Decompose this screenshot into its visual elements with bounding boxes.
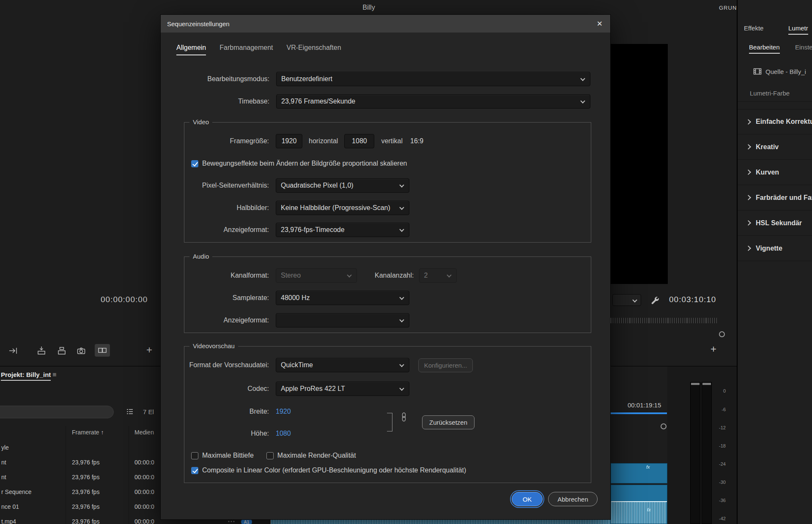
section-kurven[interactable]: Kurven [738,160,812,185]
abbrechen-button[interactable]: Abbrechen [548,492,598,506]
chevron-right-icon [746,220,751,226]
audio-anzeigeformat-dropdown[interactable] [276,313,409,328]
vorschau-format-label: Format der Vorschaudatei: [184,361,269,369]
section-einfache-korrektur[interactable]: Einfache Korrektu [738,109,812,134]
project-row-framerate: 23,976 fps [72,489,99,495]
section-farbraeder[interactable]: Farbräder und Far [738,185,812,210]
hoehe-label: Höhe: [184,430,269,437]
db-scale-label: -6 [713,407,726,412]
project-row-name[interactable]: yle [1,444,9,451]
track-options-icon[interactable] [228,520,235,523]
ok-button[interactable]: OK [512,492,543,506]
timeline-zoom-handle[interactable] [661,423,667,429]
vertikal-label: vertikal [381,137,403,145]
chain-link-icon[interactable] [401,412,407,422]
column-header-framerate[interactable]: Framerate ↑ [72,429,104,436]
button-editor-plus-icon[interactable]: + [146,345,152,355]
list-view-icon[interactable] [125,407,135,417]
db-scale-label: -30 [713,480,726,485]
video-anzeigeformat-dropdown[interactable]: 23,976-fps-Timecode [276,223,409,237]
chevron-down-icon [347,273,351,277]
lumetri-panel-title: Lumetri-Farbe [750,90,790,97]
kanalanzahl-dropdown: 2 [419,268,457,283]
samplerate-dropdown[interactable]: 48000 Hz [276,291,409,305]
project-search-input[interactable] [0,406,114,418]
sequence-duration-timecode[interactable]: 00:03:10:10 [669,295,716,304]
project-row-name[interactable]: t.mp4 [1,518,16,524]
audio-group-legend: Audio [189,253,212,260]
bearbeitungsmodus-dropdown[interactable]: Benutzerdefiniert [276,72,590,86]
project-row-name[interactable]: nt [1,474,6,480]
frame-width-input[interactable]: 1920 [276,134,302,148]
vorschau-format-dropdown[interactable]: QuickTime [276,358,409,372]
audio-meter-right [702,382,712,524]
chevron-down-icon [399,295,404,300]
maximale-bittiefe-checkbox[interactable] [191,452,198,459]
project-row-name[interactable]: nt [1,459,6,466]
scale-motion-effects-checkbox[interactable] [191,160,198,167]
audio-clip[interactable]: fx [611,485,667,524]
sequence-settings-dialog: Sequenzeinstellungen ✕ Allgemein Farbman… [160,14,611,520]
section-vignette[interactable]: Vignette [738,236,812,261]
timebase-dropdown[interactable]: 23,976 Frames/Sekunde [276,94,590,109]
db-scale-label: 0 [713,388,726,393]
composite-linear-checkbox[interactable] [191,467,198,474]
subtab-einstellungen[interactable]: Einste [795,44,812,51]
tab-farbmanagement[interactable]: Farbmanagement [219,44,273,55]
dropdown-value: 48000 Hz [281,294,310,302]
chevron-down-icon [580,76,585,81]
close-icon[interactable]: ✕ [597,19,603,28]
lumetri-panel [738,0,812,524]
aspect-ratio-value: 16:9 [410,137,423,145]
project-row-framerate: 23,976 fps [72,459,99,466]
frame-height-input[interactable]: 1080 [344,134,374,148]
section-hsl-sekundaer[interactable]: HSL Sekundär [738,210,812,236]
maximale-render-checkbox[interactable] [266,452,274,459]
codec-label: Codec: [184,385,269,393]
tab-vr-eigenschaften[interactable]: VR-Eigenschaften [287,44,341,55]
db-scale-label: -18 [713,443,726,448]
column-header-media[interactable]: Medien [134,429,154,436]
pixel-seitenverhaeltnis-dropdown[interactable]: Quadratische Pixel (1,0) [276,178,409,193]
tab-allgemein[interactable]: Allgemein [176,44,206,55]
overwrite-icon[interactable] [57,346,67,356]
chevron-right-icon [746,144,751,150]
halbbilder-label: Halbbilder: [184,204,269,212]
project-row-start: 00:00:0 [134,459,154,466]
section-kreativ[interactable]: Kreativ [738,134,812,160]
zuruecksetzen-button[interactable]: Zurücksetzen [422,415,475,429]
halbbilder-dropdown[interactable]: Keine Halbbilder (Progressive-Scan) [276,201,409,215]
window-title: Billy [335,4,403,11]
chevron-down-icon [399,386,404,390]
dropdown-value: Quadratische Pixel (1,0) [281,182,354,189]
comparison-view-icon[interactable] [95,344,110,357]
button-editor-plus-icon[interactable]: + [710,344,716,354]
chevron-down-icon [399,205,404,210]
bearbeitungsmodus-label: Bearbeitungsmodus: [184,75,269,83]
insert-icon[interactable] [36,346,47,356]
tab-lumetri[interactable]: Lumetr [788,25,808,35]
db-scale-label: -24 [713,461,726,467]
hoehe-value[interactable]: 1080 [276,430,291,437]
dialog-titlebar[interactable]: Sequenzeinstellungen ✕ [161,15,610,33]
go-to-next-edit-icon[interactable] [8,346,19,356]
timeline-timecode[interactable]: 00:01:19:15 [628,401,661,409]
project-row-framerate: 23,976 fps [72,474,99,480]
program-timecode[interactable]: 00:00:00:00 [101,295,148,304]
work-area-bar[interactable] [611,412,667,414]
settings-wrench-icon[interactable] [650,296,659,304]
video-clip[interactable]: fx [611,463,667,483]
codec-dropdown[interactable]: Apple ProRes 422 LT [276,382,409,396]
monitor-zoom-ruler[interactable] [611,318,717,323]
sort-ascending-icon: ↑ [101,429,104,436]
breite-value[interactable]: 1920 [276,408,291,415]
tab-effekte[interactable]: Effekte [744,25,763,32]
project-panel-tab[interactable]: Projekt: Billy_int [1,371,51,381]
subtab-bearbeiten[interactable]: Bearbeiten [749,44,780,54]
project-row-name[interactable]: r Sequence [1,489,32,495]
project-row-name[interactable]: nce 01 [1,503,19,510]
zoom-scrollbar-handle[interactable] [719,331,725,337]
playback-resolution-dropdown[interactable] [612,294,641,306]
export-frame-icon[interactable] [76,346,86,356]
panel-menu-icon[interactable]: ≡ [52,371,56,379]
